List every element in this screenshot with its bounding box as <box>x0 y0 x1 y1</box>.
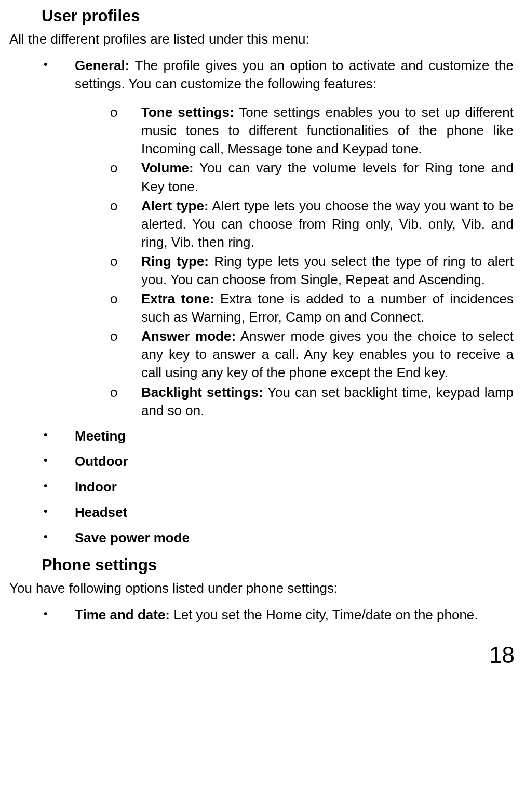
list-item: oExtra tone: Extra tone is added to a nu… <box>110 290 514 326</box>
bullet-icon: o <box>110 383 117 402</box>
list-item: • General: The profile gives you an opti… <box>43 57 514 420</box>
list-item: •Indoor <box>43 478 514 496</box>
list-item: •Meeting <box>43 427 514 445</box>
item-label: Meeting <box>75 428 126 444</box>
list-item: oRing type: Ring type lets you select th… <box>110 252 514 289</box>
profiles-list: • General: The profile gives you an opti… <box>43 57 514 547</box>
section-intro: You have following options listed under … <box>9 579 519 597</box>
bullet-icon: • <box>44 531 48 542</box>
item-label: Save power mode <box>75 530 190 545</box>
item-label: Tone settings: <box>141 104 234 120</box>
bullet-icon: o <box>110 197 117 215</box>
bullet-icon: o <box>110 290 117 308</box>
item-text: Let you set the Home city, Time/date on … <box>170 607 478 622</box>
item-label: Extra tone: <box>141 291 214 307</box>
list-item: • Time and date: Let you set the Home ci… <box>43 606 514 624</box>
list-item: oAnswer mode: Answer mode gives you the … <box>110 327 514 382</box>
bullet-icon: o <box>110 159 117 177</box>
list-item: oBacklight settings: You can set backlig… <box>110 383 514 420</box>
item-label: Volume: <box>141 160 194 176</box>
section-heading: Phone settings <box>42 554 519 576</box>
list-item: oTone settings: Tone settings enables yo… <box>110 103 514 158</box>
sublist: oTone settings: Tone settings enables yo… <box>110 103 514 420</box>
bullet-icon: • <box>44 429 48 441</box>
bullet-icon: o <box>110 103 117 122</box>
section-heading: User profiles <box>42 5 519 27</box>
item-label: Indoor <box>75 479 117 495</box>
bullet-icon: • <box>44 59 48 70</box>
item-label: General: <box>75 58 130 73</box>
bullet-icon: • <box>44 608 48 619</box>
list-item: oVolume: You can vary the volume levels … <box>110 159 514 195</box>
list-item: •Save power mode <box>43 529 514 547</box>
phone-settings-list: • Time and date: Let you set the Home ci… <box>43 606 514 624</box>
list-item: •Headset <box>43 503 514 522</box>
item-text: The profile gives you an option to activ… <box>75 58 514 91</box>
list-item: oAlert type: Alert type lets you choose … <box>110 197 514 251</box>
item-label: Ring type: <box>141 254 209 269</box>
item-label: Outdoor <box>75 454 128 469</box>
item-label: Backlight settings: <box>141 384 263 400</box>
bullet-icon: • <box>44 480 48 491</box>
item-text: You can vary the volume levels for Ring … <box>141 160 514 194</box>
bullet-icon: • <box>44 505 48 517</box>
item-label: Time and date: <box>75 607 170 622</box>
section-intro: All the different profiles are listed un… <box>9 30 519 48</box>
item-label: Answer mode: <box>141 328 236 344</box>
item-label: Alert type: <box>141 198 209 214</box>
bullet-icon: o <box>110 252 117 271</box>
item-label: Headset <box>75 504 127 520</box>
bullet-icon: o <box>110 327 117 345</box>
page-number: 18 <box>6 640 519 670</box>
bullet-icon: • <box>44 455 48 466</box>
list-item: •Outdoor <box>43 452 514 471</box>
